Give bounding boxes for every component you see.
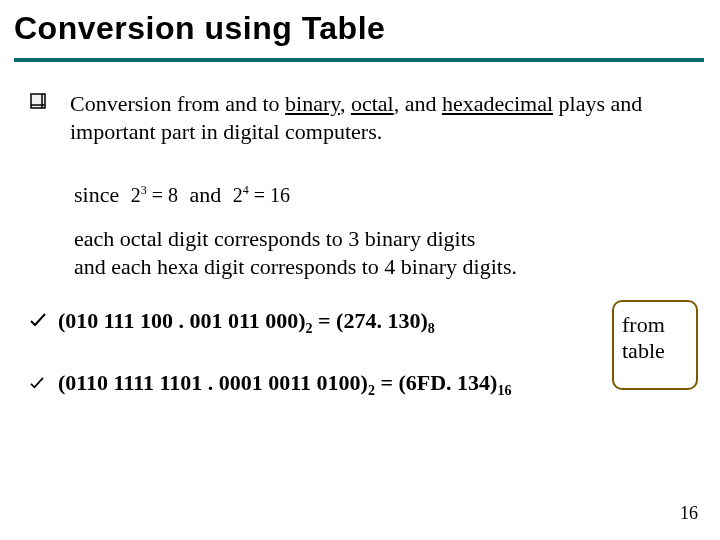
ex2-lhs-sub: 2 bbox=[368, 383, 375, 398]
note-line2: table bbox=[622, 338, 688, 364]
example-2: (0110 1111 1101 . 0001 0011 0100)2 = (6F… bbox=[30, 370, 590, 399]
bullet-octal: octal bbox=[351, 91, 394, 116]
math-1: 23 = 8 bbox=[125, 183, 184, 207]
example-1: (010 111 100 . 001 011 000)2 = (274. 130… bbox=[30, 308, 590, 337]
ex1-lhs: (010 111 100 . 001 011 000) bbox=[58, 308, 306, 333]
word-since: since bbox=[74, 182, 119, 207]
corresponds-text: each octal digit corresponds to 3 binary… bbox=[74, 225, 517, 280]
corresponds-line1: each octal digit corresponds to 3 binary… bbox=[74, 225, 517, 253]
bullet-1-text: Conversion from and to binary, octal, an… bbox=[70, 90, 690, 145]
note-box: from table bbox=[612, 300, 698, 390]
slide-title: Conversion using Table bbox=[14, 10, 385, 47]
bullet-1: Conversion from and to binary, octal, an… bbox=[30, 90, 690, 145]
slide: Conversion using Table Conversion from a… bbox=[0, 0, 720, 540]
since-line: since 23 = 8 and 24 = 16 bbox=[74, 180, 296, 208]
check-icon bbox=[30, 313, 46, 327]
math2-eq: = 16 bbox=[249, 184, 290, 206]
ex2-rhs-sub: 16 bbox=[497, 383, 511, 398]
bullet-c2: , and bbox=[394, 91, 442, 116]
corresponds-line2: and each hexa digit corresponds to 4 bin… bbox=[74, 253, 517, 281]
bullet-pre: Conversion from and to bbox=[70, 91, 285, 116]
word-and: and bbox=[189, 182, 221, 207]
math1-base: 2 bbox=[131, 184, 141, 206]
ex1-lhs-sub: 2 bbox=[306, 321, 313, 336]
ex1-eq: = bbox=[313, 308, 337, 333]
example-2-text: (0110 1111 1101 . 0001 0011 0100)2 = (6F… bbox=[58, 370, 590, 399]
title-underline bbox=[14, 58, 704, 62]
page-number: 16 bbox=[680, 503, 698, 524]
bullet-hex: hexadecimal bbox=[442, 91, 553, 116]
math2-base: 2 bbox=[233, 184, 243, 206]
ex2-eq: = bbox=[375, 370, 399, 395]
note-line1: from bbox=[622, 312, 688, 338]
ex1-rhs-sub: 8 bbox=[428, 321, 435, 336]
svg-rect-1 bbox=[31, 94, 45, 108]
math-2: 24 = 16 bbox=[227, 183, 296, 207]
ex2-lhs: (0110 1111 1101 . 0001 0011 0100) bbox=[58, 370, 368, 395]
bullet-binary: binary bbox=[285, 91, 340, 116]
math1-eq: = 8 bbox=[147, 184, 178, 206]
bullet-c1: , bbox=[340, 91, 351, 116]
ex2-rhs: (6FD. 134) bbox=[398, 370, 497, 395]
check-icon bbox=[30, 375, 46, 389]
ex1-rhs: (274. 130) bbox=[336, 308, 428, 333]
example-1-text: (010 111 100 . 001 011 000)2 = (274. 130… bbox=[58, 308, 590, 337]
bullet-icon bbox=[30, 93, 46, 109]
